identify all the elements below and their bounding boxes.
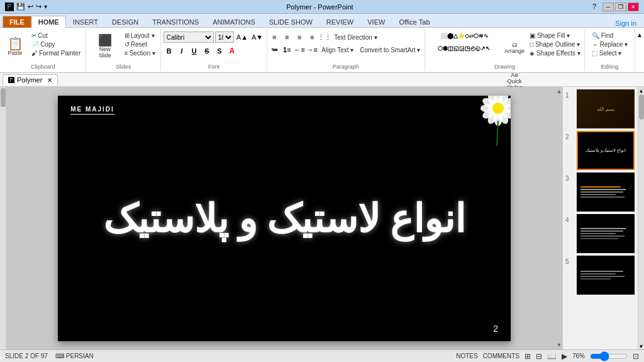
minimize-button[interactable]: ─ (602, 3, 614, 11)
tab-view[interactable]: VIEW (360, 16, 392, 28)
convert-smartart-button[interactable]: Convert to SmartArt ▾ (357, 46, 423, 54)
shapes-row[interactable]: ⬜⬤△⭐◇▱⬡≋∿ (426, 30, 502, 42)
slide-tab-close[interactable]: ✕ (47, 77, 52, 84)
shapes-row2[interactable]: ⬡⬢◫◱◲◳◴◵↗↖ (426, 43, 502, 54)
tab-file[interactable]: FILE (3, 16, 31, 28)
scroll-up-arrow[interactable]: ▲ (639, 88, 644, 94)
align-center-button[interactable]: ≡ (281, 31, 292, 43)
thumbnail-2[interactable]: 2 انواع لاستیک و پلاستیک (565, 131, 635, 170)
help-icon[interactable]: ? (592, 3, 596, 11)
shadow-button[interactable]: S (214, 45, 225, 57)
indent-decrease-button[interactable]: ←≡ (294, 44, 305, 55)
tab-insert[interactable]: INSERT (66, 16, 105, 28)
thumb-img-5[interactable] (577, 256, 635, 295)
layout-button[interactable]: ⊞ Layout ▾ (122, 31, 158, 40)
notes-button[interactable]: NOTES (456, 353, 477, 359)
font-family-select[interactable]: Calibri (164, 31, 214, 43)
thumb-img-1[interactable]: بسم الله (577, 89, 635, 128)
format-painter-button[interactable]: 🖌 Format Painter (29, 49, 83, 57)
text-direction-button[interactable]: Text Direction ▾ (331, 33, 379, 42)
slide-canvas[interactable]: ME MAJIDI (58, 96, 511, 341)
replace-button[interactable]: ↔ Replace ▾ (589, 40, 630, 48)
cut-icon: ✂ (31, 32, 36, 39)
restore-button[interactable]: ❐ (615, 3, 626, 11)
shape-effects-button[interactable]: ◈ Shape Effects ▾ (527, 49, 583, 57)
thumb-img-2[interactable]: انواع لاستیک و پلاستیک (577, 131, 635, 170)
save-icon[interactable]: 💾 (16, 3, 25, 11)
slide-main-text: انواع لاستیک و پلاستیک (103, 195, 465, 241)
thumb-img-3[interactable] (577, 173, 635, 212)
thumb-img-4[interactable] (577, 214, 635, 253)
justify-button[interactable]: ≡ (306, 31, 318, 43)
quick-access-toolbar[interactable]: 🅿 💾 ↩ ↪ ▾ (5, 2, 47, 12)
undo-icon[interactable]: ↩ (28, 3, 33, 11)
editing-label: Editing (585, 64, 635, 70)
section-button[interactable]: ≡ Section ▾ (122, 49, 158, 57)
comments-button[interactable]: COMMENTS (483, 353, 519, 359)
zoom-slider[interactable] (590, 353, 628, 360)
ribbon-tabs: FILE HOME INSERT DESIGN TRANSITIONS ANIM… (0, 14, 644, 28)
tab-slideshow[interactable]: SLIDE SHOW (262, 16, 319, 28)
right-scrollbar[interactable]: ▲ ▼ (638, 87, 644, 349)
scroll-down-arrow[interactable]: ▼ (639, 344, 644, 349)
font-color-button[interactable]: A (226, 45, 238, 57)
underline-button[interactable]: U (189, 45, 200, 57)
thumbnail-5[interactable]: 5 (565, 256, 635, 295)
bold-button[interactable]: B (164, 45, 175, 57)
language-indicator: ⌨ PERSIAN (55, 353, 94, 359)
tab-design[interactable]: DESIGN (105, 16, 145, 28)
font-size-select[interactable]: 18 (215, 31, 234, 43)
left-scrollbar[interactable] (0, 87, 6, 349)
numbering-button[interactable]: 1≡ (281, 44, 292, 55)
ribbon-expand-button[interactable]: ▲ (635, 30, 644, 40)
canvas-scroll-down[interactable]: ▼ (556, 342, 562, 348)
ribbon-group-clipboard: 📋 Paste ✂ Cut 📄 Copy 🖌 Format Painter Cl… (0, 29, 86, 71)
reset-button[interactable]: ↺ Reset (122, 40, 158, 48)
copy-button[interactable]: 📄 Copy (29, 40, 83, 48)
redo-icon[interactable]: ↪ (36, 3, 42, 11)
italic-button[interactable]: I (176, 45, 187, 57)
sign-in-link[interactable]: Sign in (615, 20, 641, 27)
canvas-scroll-up[interactable]: ▲ (556, 88, 562, 94)
arrange-button[interactable]: 🗂 Arrange (503, 31, 526, 64)
slide-flower (460, 96, 511, 146)
reading-view-button[interactable]: 📖 (547, 352, 557, 361)
new-slide-button[interactable]: ⬛ NewSlide (89, 30, 121, 63)
align-right-button[interactable]: ≡ (294, 31, 305, 43)
tab-home[interactable]: HOME (31, 16, 66, 28)
tab-review[interactable]: REVIEW (319, 16, 360, 28)
status-left: SLIDE 2 OF 97 ⌨ PERSIAN (5, 353, 94, 359)
zoom-level[interactable]: 76% (572, 353, 585, 359)
select-button[interactable]: ⬚ Select ▾ (589, 49, 630, 57)
indent-increase-button[interactable]: →≡ (306, 44, 318, 55)
shape-fill-button[interactable]: ▣ Shape Fill ▾ (527, 31, 583, 40)
paste-button[interactable]: 📋 Paste (3, 30, 28, 63)
shape-outline-button[interactable]: □ Shape Outline ▾ (527, 40, 583, 48)
copy-icon: 📄 (31, 41, 39, 48)
tab-officetab[interactable]: Office Tab (392, 16, 436, 28)
increase-font-button[interactable]: A▲ (235, 33, 249, 41)
slide-tab-polymer[interactable]: 🅿 Polymer ✕ (3, 74, 58, 85)
layout-icon: ⊞ (125, 32, 130, 39)
thumbnail-4[interactable]: 4 (565, 214, 635, 253)
align-left-button[interactable]: ≡ (269, 31, 280, 43)
columns-button[interactable]: ⋮⋮ (319, 31, 330, 43)
tab-transitions[interactable]: TRANSITIONS (145, 16, 206, 28)
section-icon: ≡ (125, 50, 128, 57)
window-controls[interactable]: ? ─ ❐ ✕ (592, 3, 639, 11)
find-button[interactable]: 🔍 Find (589, 31, 630, 40)
cut-button[interactable]: ✂ Cut (29, 31, 83, 40)
fit-slide-button[interactable]: ⊡ (633, 352, 639, 361)
ribbon-group-editing: 🔍 Find ↔ Replace ▾ ⬚ Select ▾ Editing (585, 29, 635, 71)
slideshow-view-button[interactable]: ▶ (562, 352, 567, 361)
normal-view-button[interactable]: ⊞ (525, 352, 531, 361)
decrease-font-button[interactable]: A▼ (250, 33, 264, 41)
bullets-button[interactable]: ≔ (269, 44, 280, 55)
align-text-button[interactable]: Align Text ▾ (319, 46, 356, 54)
tab-animations[interactable]: ANIMATIONS (206, 16, 262, 28)
slidesorter-view-button[interactable]: ⊟ (536, 352, 542, 361)
scroll-thumb[interactable] (639, 94, 644, 120)
strikethrough-button[interactable]: S (201, 45, 213, 57)
thumbnail-3[interactable]: 3 (565, 173, 635, 212)
close-button[interactable]: ✕ (628, 3, 639, 11)
